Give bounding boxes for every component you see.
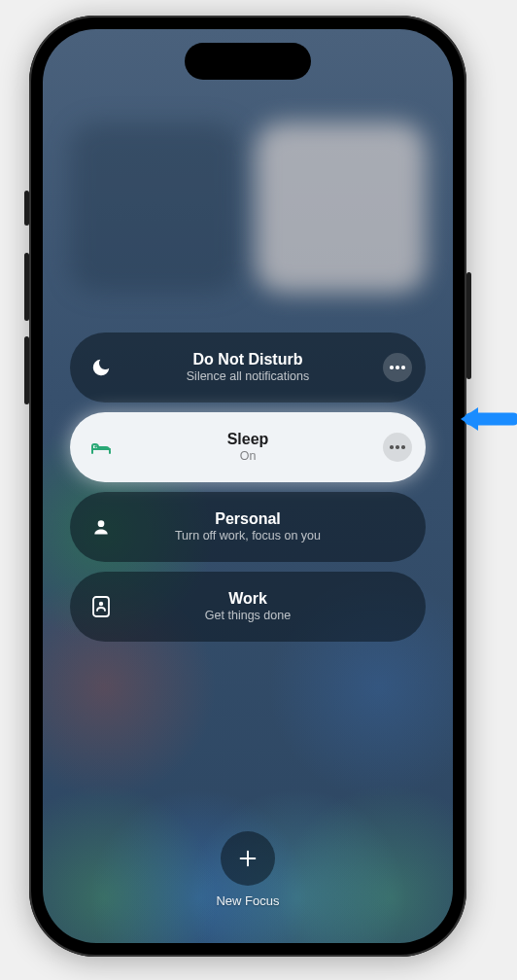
svg-point-1 xyxy=(98,520,105,527)
focus-title: Do Not Disturb xyxy=(115,351,381,368)
focus-modes-list: Do Not Disturb Silence all notifications… xyxy=(43,332,453,642)
focus-text: Do Not Disturb Silence all notifications xyxy=(115,351,408,384)
person-icon xyxy=(87,513,115,541)
focus-text: Sleep On xyxy=(115,431,408,464)
focus-item-sleep[interactable]: Sleep On xyxy=(70,412,426,482)
focus-text: Personal Turn off work, focus on you xyxy=(115,510,408,543)
dynamic-island xyxy=(185,43,311,80)
focus-item-do-not-disturb[interactable]: Do Not Disturb Silence all notifications xyxy=(70,332,426,402)
svg-point-0 xyxy=(94,445,97,448)
bed-icon xyxy=(87,434,115,461)
ellipsis-icon xyxy=(390,366,405,369)
more-options-button[interactable] xyxy=(383,433,412,462)
ellipsis-icon xyxy=(390,445,405,449)
focus-subtitle: Turn off work, focus on you xyxy=(115,529,381,543)
svg-point-3 xyxy=(99,602,103,606)
iphone-frame: Do Not Disturb Silence all notifications… xyxy=(29,16,466,957)
focus-item-personal[interactable]: Personal Turn off work, focus on you xyxy=(70,492,426,562)
callout-arrow-icon xyxy=(457,402,517,437)
iphone-screen: Do Not Disturb Silence all notifications… xyxy=(43,29,453,943)
phone-side-button xyxy=(466,272,471,379)
moon-icon xyxy=(87,354,115,381)
focus-title: Sleep xyxy=(115,431,381,448)
badge-icon xyxy=(87,593,115,620)
more-options-button[interactable] xyxy=(383,353,412,382)
focus-subtitle: Silence all notifications xyxy=(115,369,381,384)
plus-icon xyxy=(237,848,258,869)
svg-rect-2 xyxy=(93,597,109,616)
new-focus-label: New Focus xyxy=(216,893,279,908)
focus-item-work[interactable]: Work Get things done xyxy=(70,572,426,642)
focus-subtitle: Get things done xyxy=(115,609,381,623)
focus-title: Work xyxy=(115,590,381,608)
new-focus-section: New Focus xyxy=(43,831,453,908)
focus-text: Work Get things done xyxy=(115,590,408,623)
new-focus-button[interactable] xyxy=(221,831,275,886)
focus-title: Personal xyxy=(115,510,381,528)
focus-subtitle: On xyxy=(115,449,381,464)
